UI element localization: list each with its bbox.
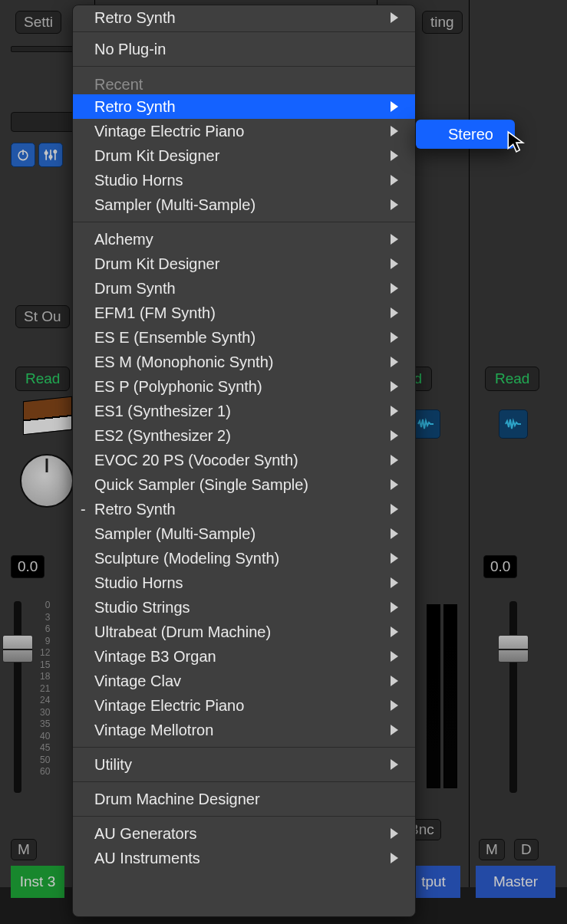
waveform-icon[interactable] [499,409,528,439]
chevron-right-icon [391,175,398,186]
menu-item-instrument-18[interactable]: Vintage Clav [73,669,415,693]
submenu-stereo[interactable]: Stereo [416,120,515,149]
chevron-right-icon [391,283,398,294]
menu-item-label: Utility [94,754,132,775]
chevron-right-icon [391,700,398,711]
power-icon[interactable] [11,143,35,167]
menu-item-instrument-4[interactable]: ES E (Ensemble Synth) [73,325,415,350]
chevron-right-icon [391,504,398,515]
menu-item-label: Vintage Electric Piano [94,695,244,716]
pan-knob[interactable] [20,454,74,508]
chevron-right-icon [391,307,398,318]
pan-value-master[interactable]: 0.0 [483,555,517,578]
chevron-right-icon [391,676,398,686]
menu-item-instrument-16[interactable]: Ultrabeat (Drum Machine) [73,620,415,644]
chevron-right-icon [391,455,398,465]
menu-item-instrument-3[interactable]: EFM1 (FM Synth) [73,301,415,325]
dim-button[interactable]: D [514,839,539,860]
menu-item-label: EFM1 (FM Synth) [94,302,216,324]
output-slot[interactable]: St Ou [15,305,70,328]
menu-item-label: Sculpture (Modeling Synth) [94,547,279,569]
menu-item-recent-2[interactable]: Drum Kit Designer [73,143,415,168]
menu-item-label: Sampler (Multi-Sample) [94,194,255,215]
menu-item-instrument-7[interactable]: ES1 (Synthesizer 1) [73,399,415,423]
chevron-right-icon [391,12,398,23]
menu-item-drum-machine-designer[interactable]: Drum Machine Designer [73,787,415,811]
chevron-right-icon [391,101,398,112]
automation-read-left[interactable]: Read [15,367,70,391]
menu-item-label: ES M (Monophonic Synth) [94,351,273,373]
menu-item-no-plugin[interactable]: No Plug-in [73,37,415,61]
chevron-right-icon [391,258,398,269]
menu-separator [73,31,415,32]
menu-item-instrument-2[interactable]: Drum Synth [73,276,415,301]
chevron-right-icon [391,357,398,367]
menu-separator [73,66,415,67]
menu-item-instrument-9[interactable]: EVOC 20 PS (Vocoder Synth) [73,448,415,472]
level-meter [427,604,440,788]
fader-cap[interactable] [498,635,529,663]
menu-item-instrument-10[interactable]: Quick Sampler (Single Sample) [73,472,415,497]
menu-item-instrument-14[interactable]: Studio Horns [73,571,415,595]
instrument-plugin-menu[interactable]: Retro Synth No Plug-in Recent Retro Synt… [72,5,416,917]
pan-value-left[interactable]: 0.0 [11,555,45,578]
menu-item-utility[interactable]: Utility [73,752,415,777]
chevron-right-icon [391,577,398,588]
menu-separator [73,747,415,748]
menu-item-au-1[interactable]: AU Instruments [73,846,415,870]
volume-fader-left[interactable] [14,601,21,793]
menu-item-label: Drum Kit Designer [94,253,219,275]
menu-item-instrument-6[interactable]: ES P (Polyphonic Synth) [73,374,415,399]
menu-item-instrument-15[interactable]: Studio Strings [73,595,415,620]
setting-button-left[interactable]: Setti [15,11,61,34]
menu-item-label: ES P (Polyphonic Synth) [94,376,262,397]
menu-item-instrument-12[interactable]: Sampler (Multi-Sample) [73,521,415,546]
submenu-item-label: Stereo [448,126,493,143]
chevron-right-icon [391,234,398,245]
menu-item-recent-0[interactable]: Retro Synth [73,94,415,119]
mute-button-master[interactable]: M [479,839,505,860]
menu-item-label: Retro Synth [94,96,176,117]
menu-item-label: Retro Synth [94,7,176,28]
chevron-right-icon [391,406,398,416]
menu-item-instrument-5[interactable]: ES M (Monophonic Synth) [73,350,415,374]
chevron-right-icon [391,828,398,839]
menu-item-instrument-20[interactable]: Vintage Mellotron [73,718,415,742]
power-row [11,143,63,167]
menu-item-instrument-0[interactable]: Alchemy [73,227,415,252]
menu-item-recent-4[interactable]: Sampler (Multi-Sample) [73,192,415,217]
chevron-right-icon [391,626,398,637]
sliders-icon[interactable] [38,143,63,167]
menu-item-recent-3[interactable]: Studio Horns [73,168,415,192]
menu-separator [73,222,415,222]
menu-item-instrument-8[interactable]: ES2 (Synthesizer 2) [73,423,415,448]
volume-fader-master[interactable] [509,601,517,793]
fader-cap[interactable] [2,635,33,663]
menu-item-label: Studio Horns [94,169,183,191]
chevron-right-icon [391,528,398,539]
menu-item-recent-1[interactable]: Vintage Electric Piano [73,119,415,143]
menu-item-label: Vintage B3 Organ [94,646,216,667]
setting-button-right[interactable]: ting [422,11,463,34]
mute-button-left[interactable]: M [11,839,37,860]
menu-item-instrument-11[interactable]: Retro Synth [73,497,415,521]
chevron-right-icon [391,759,398,770]
menu-item-instrument-1[interactable]: Drum Kit Designer [73,252,415,276]
automation-read-master[interactable]: Read [485,367,539,391]
instrument-thumbnail [23,396,72,436]
menu-item-label: Alchemy [94,229,153,250]
chevron-right-icon [391,853,398,863]
menu-item-label: AU Generators [94,823,196,844]
menu-item-instrument-13[interactable]: Sculpture (Modeling Synth) [73,546,415,571]
menu-item-instrument-19[interactable]: Vintage Electric Piano [73,693,415,718]
menu-item-label: Drum Synth [94,278,176,299]
menu-item-label: EVOC 20 PS (Vocoder Synth) [94,449,298,471]
menu-item-label: Ultrabeat (Drum Machine) [94,621,271,643]
menu-item-retro-synth-current[interactable]: Retro Synth [73,5,415,30]
menu-item-label: ES E (Ensemble Synth) [94,327,255,348]
channel-name-master[interactable]: Master [476,866,555,898]
chevron-right-icon [391,381,398,392]
menu-item-au-0[interactable]: AU Generators [73,821,415,846]
channel-name-left[interactable]: Inst 3 [11,866,64,898]
menu-item-instrument-17[interactable]: Vintage B3 Organ [73,644,415,669]
